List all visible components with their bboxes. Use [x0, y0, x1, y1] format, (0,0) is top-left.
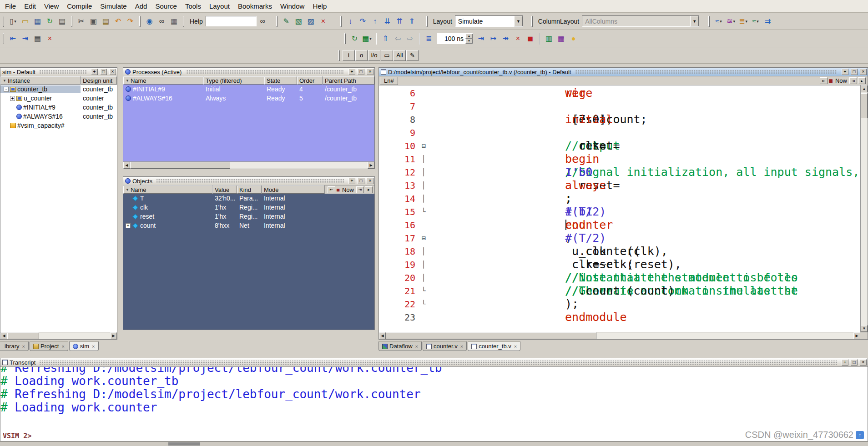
- dock-icon[interactable]: +: [842, 69, 848, 75]
- tree-row[interactable]: + u_counter counter: [0, 94, 117, 103]
- menu-item[interactable]: Window: [276, 1, 308, 11]
- step-current-button[interactable]: ⇑: [406, 15, 418, 27]
- save-button[interactable]: ▦: [31, 15, 44, 27]
- object-list[interactable]: T 32'h0... Para... Internal clk: [123, 194, 374, 330]
- tree-expander[interactable]: +: [126, 223, 131, 228]
- menu-item[interactable]: Tools: [181, 1, 205, 11]
- dock-icon[interactable]: +: [91, 69, 98, 75]
- menu-item[interactable]: Bookmarks: [234, 1, 276, 11]
- scrollbar-thumb[interactable]: [861, 93, 868, 118]
- step-out-button[interactable]: ↑: [369, 15, 381, 27]
- help-search-input[interactable]: [206, 16, 257, 26]
- panel-drag-grip[interactable]: [40, 361, 837, 365]
- tree-expander[interactable]: [126, 196, 131, 201]
- run-order-button[interactable]: ≣: [423, 32, 435, 45]
- column-name[interactable]: ▼ Name: [123, 185, 212, 194]
- filter-internal-button[interactable]: ▭: [381, 50, 393, 61]
- step-forward-button[interactable]: ⇈: [394, 15, 406, 27]
- process-list[interactable]: #INITIAL#9 Initial Ready 4 /counter_tb #…: [123, 85, 374, 161]
- redo-button[interactable]: ↷: [124, 15, 136, 27]
- vertical-splitter[interactable]: [375, 67, 378, 352]
- toolbar-grip[interactable]: [344, 33, 346, 44]
- structure-tab[interactable]: sim ×: [69, 341, 99, 351]
- scroll-right-icon[interactable]: ▶: [853, 332, 860, 339]
- scroll-left-icon[interactable]: ◀: [379, 332, 386, 339]
- toolbar-grip[interactable]: [340, 16, 342, 27]
- dropdown-arrow-icon[interactable]: ▼: [514, 16, 523, 26]
- new-file-button[interactable]: ▯: [7, 15, 19, 27]
- menu-item[interactable]: Add: [131, 1, 151, 11]
- scrollbar-thumb[interactable]: [168, 442, 200, 446]
- collapse-all-button[interactable]: ⇤: [7, 32, 19, 45]
- object-row[interactable]: reset 1'hx Regi... Internal: [123, 212, 374, 221]
- filter-out-button[interactable]: o: [355, 50, 368, 61]
- scrollbar-thumb[interactable]: [7, 332, 39, 339]
- menu-item[interactable]: Compile: [63, 1, 96, 11]
- paste-button[interactable]: ▤: [100, 15, 112, 27]
- scroll-up-icon[interactable]: ▲: [861, 85, 868, 92]
- structure-tab[interactable]: Project ×: [30, 341, 68, 351]
- maximize-icon[interactable]: □: [358, 69, 364, 75]
- fold-marker-icon[interactable]: │: [419, 274, 428, 282]
- close-icon[interactable]: ×: [367, 69, 373, 75]
- menu-item[interactable]: View: [40, 1, 63, 11]
- reload-button[interactable]: ↻: [44, 15, 56, 27]
- cut-button[interactable]: ✂: [75, 15, 87, 27]
- toolbar-grip[interactable]: [276, 16, 278, 27]
- structure-tab[interactable]: ibrary ×: [0, 341, 29, 351]
- column-value[interactable]: Value: [212, 185, 237, 194]
- toolbar-grip[interactable]: [3, 16, 4, 27]
- simulate-button[interactable]: ▨: [305, 15, 317, 27]
- expand-all-button[interactable]: ⇥: [19, 32, 31, 45]
- instance-tree[interactable]: - counter_tb counter_tb +: [0, 85, 117, 332]
- break-sim-button[interactable]: ×: [317, 15, 329, 27]
- filter-all-button[interactable]: All: [394, 50, 406, 61]
- toolbar-grip[interactable]: [139, 16, 141, 27]
- spinner-up-button[interactable]: ▲: [465, 34, 473, 39]
- tree-expander[interactable]: [10, 105, 15, 110]
- dock-icon[interactable]: +: [348, 69, 355, 75]
- object-row[interactable]: + count 8'hxx Net Internal: [123, 221, 374, 230]
- dock-icon[interactable]: +: [842, 359, 848, 366]
- tree-expander[interactable]: -: [4, 87, 9, 92]
- scrollbar-thumb[interactable]: [130, 162, 230, 169]
- performance-profile-button[interactable]: ▥: [543, 32, 555, 45]
- scroll-down-icon[interactable]: ▼: [861, 325, 868, 332]
- scroll-right-icon[interactable]: ▶: [110, 332, 117, 339]
- close-icon[interactable]: ×: [109, 69, 116, 75]
- process-row[interactable]: #ALWAYS#16 Always Ready 5 /counter_tb: [123, 94, 374, 103]
- close-icon[interactable]: ×: [860, 359, 867, 366]
- fold-marker-icon[interactable]: │: [419, 155, 428, 163]
- delete-button[interactable]: ×: [44, 32, 56, 45]
- fold-marker-icon[interactable]: └: [419, 287, 428, 295]
- line-number-toggle[interactable]: Ln#: [380, 77, 398, 85]
- tree-expander[interactable]: [4, 123, 9, 128]
- menu-item[interactable]: Help: [308, 1, 331, 11]
- continue-run-button[interactable]: ↦: [487, 32, 500, 45]
- tree-row[interactable]: #vsim_capacity#: [0, 121, 117, 130]
- maximize-icon[interactable]: □: [851, 359, 858, 366]
- print-button[interactable]: ▤: [56, 15, 68, 27]
- add-wave-new-button[interactable]: ≋: [725, 15, 737, 27]
- add-list-button[interactable]: ≣: [737, 15, 749, 27]
- menu-item[interactable]: Edit: [20, 1, 40, 11]
- add-log-button[interactable]: ≈: [749, 15, 762, 27]
- tab-close-icon[interactable]: ×: [92, 344, 95, 349]
- run-button[interactable]: ⇥: [475, 32, 487, 45]
- column-parent-path[interactable]: Parent Path: [323, 76, 374, 85]
- stop-button[interactable]: ◼: [524, 32, 536, 45]
- scroll-right-icon[interactable]: ▶: [368, 162, 374, 169]
- toolbar-grip[interactable]: [338, 50, 340, 61]
- tree-expander[interactable]: +: [10, 96, 15, 101]
- scroll-left-icon[interactable]: ◀: [0, 332, 7, 339]
- expand-more-icon[interactable]: ▸: [858, 77, 866, 84]
- maximize-icon[interactable]: □: [358, 178, 364, 184]
- fold-marker-icon[interactable]: └: [419, 208, 428, 216]
- column-order[interactable]: Order: [297, 76, 323, 85]
- panel-drag-grip[interactable]: [575, 70, 837, 74]
- filter-edit-button[interactable]: ✎: [406, 50, 419, 61]
- panel-drag-grip[interactable]: [186, 70, 344, 74]
- column-design-unit[interactable]: Design unit: [81, 76, 117, 85]
- restart-options-button[interactable]: ▦: [361, 32, 373, 45]
- editor-tab[interactable]: counter.v ×: [423, 341, 467, 351]
